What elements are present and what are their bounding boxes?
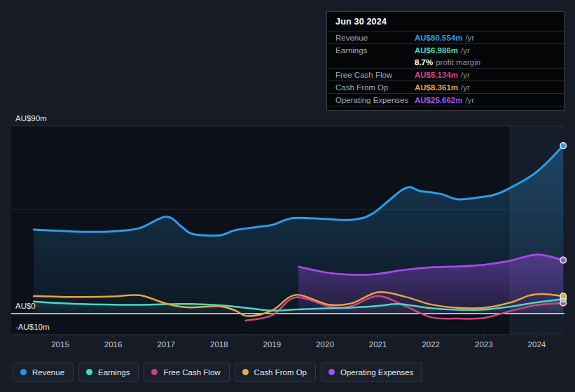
tooltip-row-label: Earnings — [335, 46, 415, 55]
tooltip-row-value: AU$5.134m/yr — [415, 71, 470, 79]
x-axis-label: 2021 — [369, 340, 387, 349]
y-axis-label: AU$0 — [15, 302, 36, 310]
revenue-endpoint-marker — [560, 143, 567, 149]
legend-item-label: Free Cash Flow — [163, 368, 220, 377]
legend-item-free-cash-flow[interactable]: Free Cash Flow — [144, 363, 229, 382]
x-axis-label: 2015 — [51, 340, 69, 349]
tooltip-row-label: Free Cash Flow — [335, 71, 415, 79]
tooltip-row-value: AU$80.554m/yr — [415, 34, 474, 42]
x-axis-label: 2016 — [104, 340, 123, 349]
tooltip-row-label: Revenue — [335, 34, 415, 42]
x-axis-label: 2019 — [263, 340, 282, 349]
tooltip-row-value: AU$6.986m/yr — [415, 46, 470, 55]
x-axis-labels: 2015201620172018201920202021202220232024 — [51, 340, 546, 349]
tooltip-row-cash-from-op: Cash From Op AU$8.361m/yr — [327, 81, 564, 94]
series-color-dot — [328, 369, 335, 375]
y-axis-label: -AU$10m — [15, 323, 50, 331]
x-axis-label: 2022 — [422, 340, 440, 349]
legend-item-label: Cash From Op — [254, 368, 307, 377]
tooltip-panel: Jun 30 2024 Revenue AU$80.554m/yr Earnin… — [326, 11, 564, 111]
series-color-dot — [86, 369, 92, 375]
x-axis-label: 2024 — [528, 340, 546, 349]
tooltip-row-earnings: Earnings AU$6.986m/yr — [327, 44, 564, 56]
y-axis-label: AU$90m — [15, 114, 47, 122]
x-axis-label: 2020 — [316, 340, 334, 349]
tooltip-row-label: Operating Expenses — [335, 96, 415, 104]
legend-item-label: Operating Expenses — [340, 368, 413, 377]
series-color-dot — [242, 369, 249, 375]
legend-item-label: Revenue — [32, 368, 64, 377]
tooltip-row-value: AU$8.361m/yr — [415, 83, 470, 92]
tooltip-row-free-cash-flow: Free Cash Flow AU$5.134m/yr — [327, 69, 564, 81]
tooltip-row-revenue: Revenue AU$80.554m/yr — [327, 31, 564, 44]
tooltip-date: Jun 30 2024 — [327, 12, 564, 31]
legend-item-label: Earnings — [98, 368, 130, 377]
series-color-dot — [151, 369, 158, 375]
cash-from-op-endpoint-marker — [560, 293, 567, 300]
x-axis-label: 2023 — [475, 340, 493, 349]
legend-item-operating-expenses[interactable]: Operating Expenses — [321, 363, 422, 382]
tooltip-row-value: 8.7%profit margin — [415, 58, 480, 66]
legend-item-cash-from-op[interactable]: Cash From Op — [235, 363, 316, 382]
tooltip-rows: Revenue AU$80.554m/yr Earnings AU$6.986m… — [327, 31, 564, 106]
x-axis-label: 2018 — [210, 340, 228, 349]
legend-item-revenue[interactable]: Revenue — [13, 363, 74, 382]
legend-item-earnings[interactable]: Earnings — [78, 363, 139, 382]
x-axis-label: 2017 — [157, 340, 175, 349]
operating-expenses-endpoint-marker — [560, 257, 567, 263]
series-color-dot — [20, 369, 27, 375]
tooltip-row-operating-expenses: Operating Expenses AU$25.662m/yr — [327, 94, 564, 106]
tooltip-row-value: AU$25.662m/yr — [415, 96, 474, 104]
x-axis-ticks — [60, 335, 536, 338]
chart-legend: Revenue Earnings Free Cash Flow Cash Fro… — [13, 363, 422, 382]
tooltip-row-label: Cash From Op — [335, 83, 415, 92]
tooltip-row-profit-margin: 8.7%profit margin — [327, 56, 564, 69]
financial-history-page: AU$90mAU$0-AU$10m20152016201720182019202… — [0, 0, 575, 392]
